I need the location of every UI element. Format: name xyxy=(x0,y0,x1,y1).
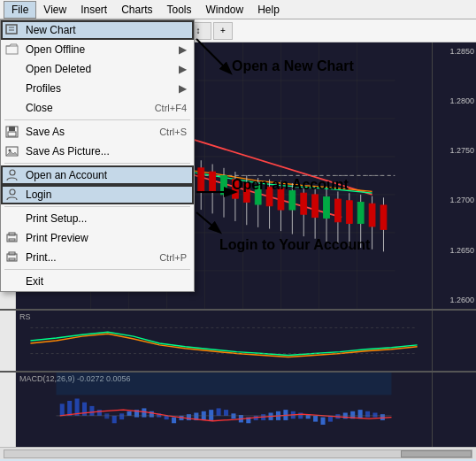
menu-open-offline[interactable]: Open Offline ▶ xyxy=(1,40,194,59)
file-dropdown-menu: New Chart Open Offline ▶ Open Deleted ▶ … xyxy=(0,19,195,292)
menu-close[interactable]: Close Ctrl+F4 xyxy=(1,98,194,118)
menu-login[interactable]: Login xyxy=(1,185,194,204)
price-2: 1.2800 xyxy=(434,96,474,105)
sep4 xyxy=(4,269,190,270)
price-3: 1.2750 xyxy=(434,146,474,155)
menu-exit[interactable]: Exit xyxy=(1,272,194,291)
svg-rect-85 xyxy=(112,416,117,423)
print-preview-icon xyxy=(4,231,20,245)
exit-label: Exit xyxy=(26,275,43,288)
profiles-label: Profiles xyxy=(26,82,61,95)
svg-rect-120 xyxy=(372,412,377,417)
sep3 xyxy=(4,206,190,207)
open-deleted-label: Open Deleted xyxy=(26,63,91,75)
save-picture-label: Save As Picture... xyxy=(26,145,110,158)
save-as-shortcut: Ctrl+S xyxy=(159,127,187,137)
svg-rect-49 xyxy=(232,180,238,198)
scrollbar[interactable] xyxy=(0,447,476,459)
login-icon xyxy=(4,188,20,202)
svg-rect-57 xyxy=(278,188,284,210)
macd-chart[interactable]: MACD(12,26,9) -0.0272 0.0056 xyxy=(16,373,432,447)
price-5: 1.2650 xyxy=(434,246,474,255)
svg-rect-53 xyxy=(255,186,261,204)
svg-rect-61 xyxy=(301,193,307,214)
rsi-chart[interactable]: RS xyxy=(16,311,432,371)
svg-rect-119 xyxy=(365,411,370,418)
print-shortcut: Ctrl+P xyxy=(159,252,187,263)
print-icon xyxy=(4,250,20,265)
open-offline-label: Open Offline xyxy=(26,43,85,56)
menu-new-chart[interactable]: New Chart xyxy=(1,20,194,40)
open-deleted-arrow: ▶ xyxy=(179,63,187,75)
svg-rect-130 xyxy=(8,132,16,136)
svg-rect-75 xyxy=(380,205,387,230)
menu-help[interactable]: Help xyxy=(250,2,287,18)
menu-print-preview[interactable]: Print Preview xyxy=(1,228,194,248)
print-preview-label: Print Preview xyxy=(26,232,88,244)
svg-rect-82 xyxy=(89,406,94,416)
svg-rect-78 xyxy=(60,403,65,415)
menu-file[interactable]: File xyxy=(4,1,36,19)
new-chart-icon xyxy=(4,23,20,37)
sep2 xyxy=(4,163,190,164)
new-chart-label: New Chart xyxy=(26,24,76,36)
svg-rect-59 xyxy=(289,191,296,210)
price-1: 1.2850 xyxy=(434,47,474,56)
price-4: 1.2700 xyxy=(434,196,474,204)
close-shortcut: Ctrl+F4 xyxy=(155,103,187,113)
svg-rect-140 xyxy=(9,258,15,260)
svg-rect-65 xyxy=(324,196,330,218)
svg-rect-43 xyxy=(198,168,204,191)
open-account-label: Open an Account xyxy=(26,169,107,181)
menu-charts[interactable]: Charts xyxy=(114,2,159,18)
save-as-label: Save As xyxy=(26,126,65,138)
svg-rect-84 xyxy=(104,413,109,419)
open-offline-icon xyxy=(4,42,20,57)
rsi-area: RS xyxy=(0,309,476,371)
rsi-label: RS xyxy=(19,312,31,321)
macd-axis xyxy=(432,373,476,447)
svg-rect-55 xyxy=(266,187,273,205)
menu-insert[interactable]: Insert xyxy=(73,2,114,18)
svg-rect-86 xyxy=(119,413,124,419)
svg-rect-51 xyxy=(243,183,250,202)
profiles-arrow: ▶ xyxy=(179,82,187,95)
sep1 xyxy=(4,119,190,120)
menu-open-account[interactable]: Open an Account xyxy=(1,165,194,185)
menu-view[interactable]: View xyxy=(36,2,73,18)
toolbar-b6[interactable]: + xyxy=(213,22,233,40)
menu-save-picture[interactable]: Save As Picture... xyxy=(1,142,194,161)
svg-rect-83 xyxy=(97,410,102,416)
rsi-axis xyxy=(432,311,476,371)
menu-print-setup[interactable]: Print Setup... xyxy=(1,209,194,228)
price-6: 1.2600 xyxy=(434,296,474,304)
save-as-icon xyxy=(4,125,20,139)
svg-rect-99 xyxy=(217,408,221,415)
close-label: Close xyxy=(26,102,53,114)
svg-rect-71 xyxy=(357,202,364,223)
menu-save-as[interactable]: Save As Ctrl+S xyxy=(1,122,194,142)
menu-bar: File View Insert Charts Tools Window Hel… xyxy=(0,0,476,19)
svg-rect-129 xyxy=(9,127,15,131)
menu-print[interactable]: Print... Ctrl+P xyxy=(1,248,194,267)
svg-rect-112 xyxy=(313,416,318,422)
menu-open-deleted[interactable]: Open Deleted ▶ xyxy=(1,59,194,79)
svg-rect-67 xyxy=(334,199,341,222)
svg-rect-124 xyxy=(6,25,17,34)
svg-rect-101 xyxy=(231,413,235,419)
open-offline-arrow: ▶ xyxy=(179,43,187,56)
menu-tools[interactable]: Tools xyxy=(160,2,199,18)
svg-rect-137 xyxy=(9,239,15,241)
svg-rect-81 xyxy=(82,402,87,415)
svg-rect-127 xyxy=(6,46,18,54)
svg-rect-118 xyxy=(358,410,363,419)
menu-window[interactable]: Window xyxy=(199,2,251,18)
price-axis: 1.2850 1.2800 1.2750 1.2700 1.2650 1.260… xyxy=(432,42,476,309)
menu-profiles[interactable]: Profiles ▶ xyxy=(1,79,194,98)
print-setup-label: Print Setup... xyxy=(26,212,87,225)
svg-rect-79 xyxy=(67,401,72,416)
svg-rect-90 xyxy=(150,411,154,418)
macd-area: MACD(12,26,9) -0.0272 0.0056 xyxy=(0,371,476,447)
svg-rect-69 xyxy=(346,201,352,224)
svg-point-133 xyxy=(10,170,15,175)
